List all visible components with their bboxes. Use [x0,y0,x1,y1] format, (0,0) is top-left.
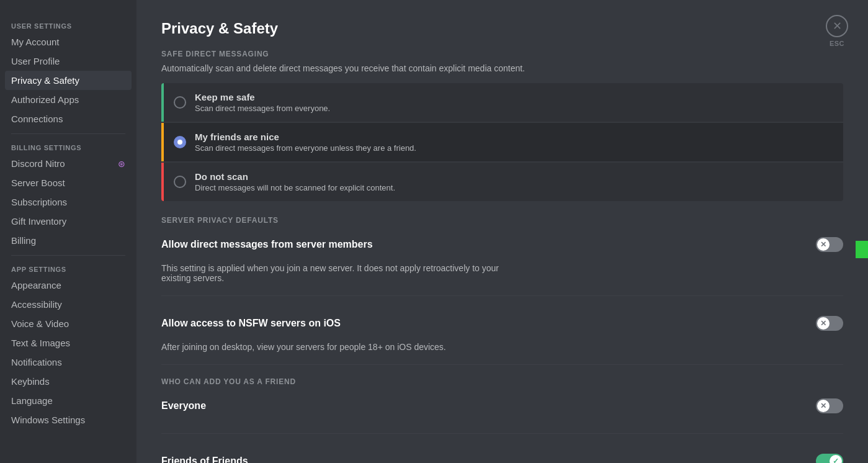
sidebar-item-discord-nitro-label: Discord Nitro [11,158,65,169]
toggle-fof-button[interactable]: ✓ [816,454,843,463]
sidebar-item-connections[interactable]: Connections [5,109,132,128]
sidebar-item-windows-settings[interactable]: Windows Settings [5,410,132,429]
arrow-svg [856,232,868,267]
toggle-dm-description: This setting is applied when you join a … [161,263,521,283]
sidebar-item-user-profile-label: User Profile [11,56,60,66]
sidebar-item-authorized-apps[interactable]: Authorized Apps [5,90,132,109]
toggle-nsfw-button[interactable]: ✕ [816,316,843,331]
radio-desc-friends-nice: Scan direct messages from everyone unles… [195,143,416,153]
sidebar-item-language[interactable]: Language [5,391,132,410]
sidebar-item-keybinds[interactable]: Keybinds [5,372,132,391]
sidebar-item-privacy-safety[interactable]: Privacy & Safety [5,71,132,90]
sidebar-item-notifications[interactable]: Notifications [5,353,132,372]
esc-circle: ✕ [826,15,848,37]
toggle-nsfw-knob: ✕ [817,317,830,330]
toggle-fof-knob: ✓ [830,455,842,463]
toggle-dm-icon: ✕ [820,240,826,249]
toggle-everyone-section: Everyone ✕ [161,391,843,421]
radio-text-do-not-scan: Do not scan Direct messages will not be … [195,171,395,192]
radio-circle-do-not-scan [174,176,186,188]
toggle-everyone-icon: ✕ [820,402,826,410]
sidebar-item-server-boost-label: Server Boost [11,178,65,188]
sidebar-item-connections-label: Connections [11,114,63,124]
toggle-dm-section: Allow direct messages from server member… [161,230,843,283]
esc-label: ESC [830,40,844,47]
sidebar-item-keybinds-label: Keybinds [11,376,50,387]
sidebar-item-language-label: Language [11,395,53,406]
toggle-dm-knob: ✕ [817,238,830,251]
esc-button[interactable]: ✕ ESC [826,15,848,47]
sidebar-item-windows-settings-label: Windows Settings [11,415,85,425]
toggle-nsfw-label: Allow access to NSFW servers on iOS [161,318,341,329]
sidebar-item-gift-inventory[interactable]: Gift Inventory [5,212,132,231]
radio-title-keep-safe: Keep me safe [195,92,330,102]
radio-text-keep-safe: Keep me safe Scan direct messages from e… [195,92,330,113]
sidebar-item-accessibility-label: Accessibility [11,299,62,310]
sidebar-item-accessibility[interactable]: Accessibility [5,295,132,314]
safe-dm-radio-group: Keep me safe Scan direct messages from e… [161,83,843,201]
toggle-dm-row: Allow direct messages from server member… [161,230,843,259]
sidebar-item-user-profile[interactable]: User Profile [5,52,132,71]
radio-circle-friends-nice [174,136,186,148]
page-title: Privacy & Safety [161,20,843,37]
divider-friend [161,364,843,365]
radio-desc-do-not-scan: Direct messages will not be scanned for … [195,183,395,192]
sidebar-item-gift-inventory-label: Gift Inventory [11,216,66,227]
sidebar-item-my-account-label: My Account [11,37,60,47]
divider-nsfw [161,295,843,296]
toggle-everyone-knob: ✕ [817,400,830,412]
sidebar-item-text-images[interactable]: Text & Images [5,333,132,353]
sidebar-item-server-boost[interactable]: Server Boost [5,173,132,192]
radio-desc-keep-safe: Scan direct messages from everyone. [195,104,330,113]
sidebar-item-discord-nitro[interactable]: Discord Nitro ⊛ [5,154,132,173]
divider-fof [161,433,843,434]
svg-marker-0 [856,232,868,267]
user-settings-label: USER SETTINGS [5,17,132,32]
safe-dm-description: Automatically scan and delete direct mes… [161,63,843,73]
billing-settings-label: BILLING SETTINGS [5,139,132,154]
toggle-nsfw-icon: ✕ [820,319,826,328]
sidebar-item-text-images-label: Text & Images [11,338,70,348]
toggle-nsfw-description: After joining on desktop, view your serv… [161,342,521,352]
toggle-fof-label: Friends of Friends [161,456,248,463]
server-privacy-label: SERVER PRIVACY DEFAULTS [161,216,843,225]
safe-dm-label: SAFE DIRECT MESSAGING [161,50,843,58]
sidebar-item-privacy-safety-label: Privacy & Safety [11,75,79,86]
sidebar-item-billing[interactable]: Billing [5,231,132,250]
sidebar-item-authorized-apps-label: Authorized Apps [11,94,79,105]
main-content: ✕ ESC Privacy & Safety SAFE DIRECT MESSA… [136,0,868,463]
nitro-icon: ⊛ [118,159,125,169]
sidebar: USER SETTINGS My Account User Profile Pr… [0,0,136,463]
sidebar-item-my-account[interactable]: My Account [5,32,132,52]
toggle-dm-label: Allow direct messages from server member… [161,239,373,250]
toggle-everyone-row: Everyone ✕ [161,391,843,421]
radio-circle-keep-safe [174,96,186,109]
green-arrow-annotation [856,232,868,267]
radio-do-not-scan[interactable]: Do not scan Direct messages will not be … [161,163,843,201]
radio-title-do-not-scan: Do not scan [195,171,395,182]
toggle-everyone-label: Everyone [161,400,206,411]
sidebar-item-voice-video[interactable]: Voice & Video [5,314,132,333]
who-can-add-label: WHO CAN ADD YOU AS A FRIEND [161,377,843,386]
toggle-nsfw-row: Allow access to NSFW servers on iOS ✕ [161,308,843,338]
sidebar-item-billing-label: Billing [11,235,36,246]
sidebar-item-appearance-label: Appearance [11,280,61,290]
sidebar-item-appearance[interactable]: Appearance [5,276,132,295]
sidebar-item-subscriptions-label: Subscriptions [11,197,67,207]
toggle-fof-section: Friends of Friends ✓ [161,446,843,463]
sidebar-item-notifications-label: Notifications [11,357,62,367]
radio-title-friends-nice: My friends are nice [195,132,416,142]
toggle-fof-row: Friends of Friends ✓ [161,446,843,463]
toggle-fof-icon: ✓ [833,457,839,463]
radio-friends-nice[interactable]: My friends are nice Scan direct messages… [161,123,843,161]
sidebar-item-voice-video-label: Voice & Video [11,318,69,329]
sidebar-item-subscriptions[interactable]: Subscriptions [5,192,132,212]
divider-1 [11,133,125,134]
toggle-nsfw-section: Allow access to NSFW servers on iOS ✕ Af… [161,308,843,352]
radio-text-friends-nice: My friends are nice Scan direct messages… [195,132,416,153]
app-settings-label: APP SETTINGS [5,261,132,276]
radio-keep-safe[interactable]: Keep me safe Scan direct messages from e… [161,83,843,122]
toggle-everyone-button[interactable]: ✕ [816,398,843,413]
divider-2 [11,255,125,256]
toggle-dm-button[interactable]: ✕ [816,237,843,252]
